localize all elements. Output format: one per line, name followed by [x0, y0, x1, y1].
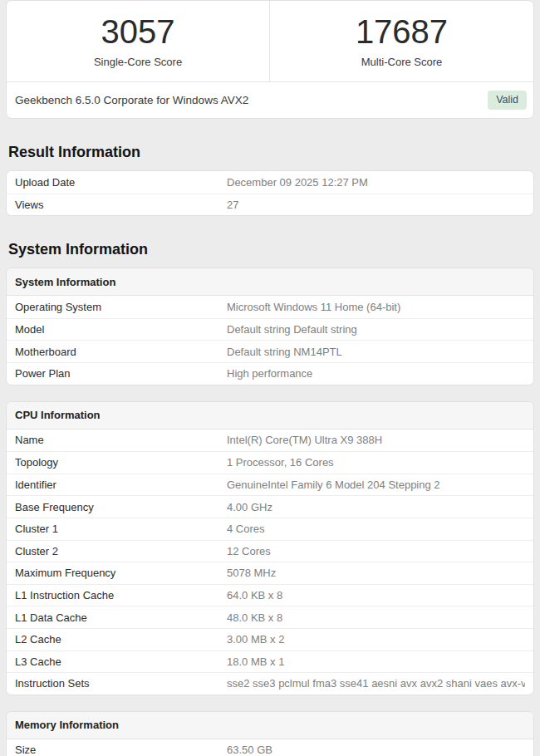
table-row: ModelDefault string Default string	[7, 318, 533, 341]
row-label: Identifier	[15, 479, 227, 491]
system-information-card: System Information Operating SystemMicro…	[6, 268, 534, 385]
single-core-score-cell: 3057 Single-Core Score	[7, 1, 270, 81]
row-label: Power Plan	[15, 367, 227, 380]
row-value: 3.00 MB x 2	[227, 633, 525, 646]
row-value: 63.50 GB	[227, 744, 525, 756]
memory-information-card-title: Memory Information	[7, 712, 533, 739]
row-value: GenuineIntel Family 6 Model 204 Stepping…	[227, 479, 525, 491]
result-information-heading: Result Information	[8, 143, 532, 161]
row-value: Default string NM14PTL	[227, 346, 525, 358]
row-value: Default string Default string	[227, 323, 525, 336]
table-row: Cluster 212 Cores	[7, 540, 533, 562]
table-row: Operating SystemMicrosoft Windows 11 Hom…	[7, 296, 533, 318]
valid-status-badge: Valid	[488, 91, 527, 110]
cpu-information-card: CPU Information NameIntel(R) Core(TM) Ul…	[6, 401, 534, 695]
row-label: L3 Cache	[15, 655, 227, 668]
row-value: Microsoft Windows 11 Home (64-bit)	[227, 301, 525, 313]
result-information-table: Upload DateDecember 09 2025 12:27 PMView…	[7, 171, 533, 215]
benchmark-version-text: Geekbench 6.5.0 Corporate for Windows AV…	[15, 94, 248, 106]
cpu-information-table: NameIntel(R) Core(TM) Ultra X9 388HTopol…	[7, 430, 533, 695]
score-card: 3057 Single-Core Score 17687 Multi-Core …	[6, 0, 534, 119]
row-value: 1 Processor, 16 Cores	[227, 456, 525, 469]
table-row: IdentifierGenuineIntel Family 6 Model 20…	[7, 474, 533, 496]
table-row: L3 Cache18.0 MB x 1	[7, 650, 533, 673]
single-core-score-label: Single-Core Score	[94, 56, 182, 68]
row-label: Topology	[15, 456, 227, 469]
cpu-information-card-title: CPU Information	[7, 402, 533, 430]
row-label: L2 Cache	[15, 633, 227, 646]
table-row: Cluster 14 Cores	[7, 518, 533, 540]
multi-core-score-label: Multi-Core Score	[361, 56, 443, 68]
row-label: Model	[15, 323, 227, 336]
row-value: December 09 2025 12:27 PM	[227, 176, 525, 189]
table-row: Size63.50 GB	[7, 739, 533, 756]
table-row: Instruction Setssse2 sse3 pclmul fma3 ss…	[7, 672, 533, 695]
row-label: Size	[15, 744, 227, 756]
table-row: L2 Cache3.00 MB x 2	[7, 628, 533, 650]
row-label: Base Frequency	[15, 501, 227, 513]
table-row: Topology1 Processor, 16 Cores	[7, 451, 533, 474]
system-information-card-title: System Information	[7, 268, 533, 296]
result-information-card: Upload DateDecember 09 2025 12:27 PMView…	[6, 170, 534, 216]
row-value: Intel(R) Core(TM) Ultra X9 388H	[227, 434, 525, 446]
row-value: 48.0 KB x 8	[227, 611, 525, 624]
row-value: 4 Cores	[227, 523, 525, 535]
row-value: 18.0 MB x 1	[227, 655, 525, 668]
system-information-table: Operating SystemMicrosoft Windows 11 Hom…	[7, 296, 533, 384]
row-label: Instruction Sets	[15, 677, 227, 690]
row-value: 64.0 KB x 8	[227, 589, 525, 601]
row-value: 27	[227, 199, 525, 211]
score-row: 3057 Single-Core Score 17687 Multi-Core …	[7, 1, 533, 82]
table-row: NameIntel(R) Core(TM) Ultra X9 388H	[7, 430, 533, 452]
table-row: Power PlanHigh performance	[7, 362, 533, 385]
row-value: 4.00 GHz	[227, 501, 525, 513]
row-label: Cluster 1	[15, 523, 227, 535]
table-row: Views27	[7, 194, 533, 216]
table-row: Base Frequency4.00 GHz	[7, 495, 533, 518]
row-value: High performance	[227, 367, 525, 380]
table-row: L1 Data Cache48.0 KB x 8	[7, 606, 533, 628]
row-label: Motherboard	[15, 346, 227, 358]
single-core-score-value: 3057	[101, 14, 175, 49]
row-label: Maximum Frequency	[15, 567, 227, 579]
table-row: MotherboardDefault string NM14PTL	[7, 340, 533, 362]
multi-core-score-value: 17687	[356, 14, 448, 49]
table-row: Upload DateDecember 09 2025 12:27 PM	[7, 171, 533, 194]
row-value: 12 Cores	[227, 545, 525, 557]
table-row: L1 Instruction Cache64.0 KB x 8	[7, 584, 533, 606]
memory-information-table: Size63.50 GB	[7, 739, 533, 756]
row-value: sse2 sse3 pclmul fma3 sse41 aesni avx av…	[227, 677, 525, 690]
row-value: 5078 MHz	[227, 567, 525, 579]
row-label: L1 Data Cache	[15, 611, 227, 624]
row-label: L1 Instruction Cache	[15, 589, 227, 601]
row-label: Operating System	[15, 301, 227, 313]
table-row: Maximum Frequency5078 MHz	[7, 562, 533, 584]
memory-information-card: Memory Information Size63.50 GB	[6, 711, 534, 756]
row-label: Name	[15, 434, 227, 446]
row-label: Cluster 2	[15, 545, 227, 557]
multi-core-score-cell: 17687 Multi-Core Score	[270, 1, 533, 81]
benchmark-version-row: Geekbench 6.5.0 Corporate for Windows AV…	[7, 82, 533, 118]
row-label: Views	[15, 199, 227, 211]
row-label: Upload Date	[15, 176, 227, 189]
system-information-heading: System Information	[8, 240, 532, 258]
